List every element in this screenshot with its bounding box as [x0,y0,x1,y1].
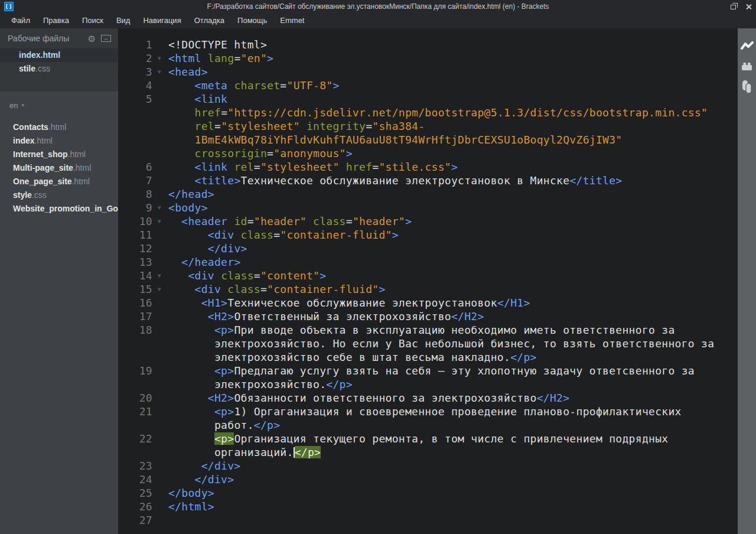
menu-item-5[interactable]: Навигация [136,13,187,28]
project-file-item[interactable]: Website_promotion_in_Google.html [0,202,118,216]
settings-gear-icon[interactable]: ⚙ [88,34,96,43]
code-text: <body> [167,201,208,214]
extension-icon[interactable] [741,80,754,93]
code-text: <p>Организация текущего ремонта, в том ч… [167,432,668,445]
line-number: 19 [118,364,152,377]
code-line: rel="stylesheet" integrity="sha384- [118,119,738,133]
code-text: 1BmE4kWBq78iYhFldvKuhfTAU6auU8tT94WrHftj… [167,133,622,146]
file-name: index [19,50,41,60]
code-line: 6 <link rel="stylesheet" href="stile.css… [118,160,738,174]
fold-gutter [152,255,167,269]
fold-gutter [152,445,167,459]
menu-item-7[interactable]: Помощь [231,13,273,28]
menu-item-2[interactable]: Правка [37,13,76,28]
fold-gutter [152,174,167,187]
code-line: электрохозяйство. Но если у Вас небольшо… [118,337,738,350]
menu-item-4[interactable]: Вид [110,13,137,28]
code-area[interactable]: 1<!DOCTYPE html>2▼<html lang="en">3▼<hea… [118,28,738,534]
code-text: rel="stylesheet" integrity="sha384- [167,119,425,133]
line-number [118,445,152,459]
line-number: 9 [118,201,152,214]
code-text: электрохозяйство.</p> [167,377,353,391]
file-extension: .html [48,122,66,132]
code-text: <H2>Ответственный за электрохозяйство</H… [167,310,484,323]
line-number: 1 [118,38,152,51]
line-number: 27 [118,513,152,527]
line-number [118,377,152,391]
menu-item-6[interactable]: Отладка [188,13,231,28]
live-preview-icon[interactable] [741,39,754,52]
line-number: 8 [118,187,152,201]
file-name: index [13,136,35,145]
project-file-item[interactable]: style.css [0,188,118,202]
code-line: 20 <H2>Обязанности ответственного за эле… [118,391,738,405]
code-line: 25</body> [118,486,738,500]
code-text: электрохозяйство. Но если у Вас небольшо… [167,337,714,350]
working-files-list: index.htmlstile.css [0,48,118,76]
line-number [118,119,152,133]
code-text: <title>Техническое обслуживание электроу… [167,174,623,187]
code-line: электрохозяйство себе в штат весьма накл… [118,350,738,364]
line-number: 17 [118,310,152,323]
fold-gutter [152,310,167,323]
menu-item-8[interactable]: Emmet [273,13,311,28]
sidebar: Рабочие файлы ⚙ ↔ index.htmlstile.css en… [0,28,118,534]
code-text: </div> [167,242,247,255]
code-line: href="https://cdn.jsdelivr.net/npm/boots… [118,106,738,119]
code-text: <H2>Обязанности ответственного за электр… [167,391,569,405]
file-name: stile [19,64,35,73]
fold-arrow-icon[interactable]: ▼ [152,65,167,79]
code-line: 21 <p>1) Оргаганизация и своевременное п… [118,405,738,418]
fold-arrow-icon[interactable]: ▼ [152,214,167,228]
file-name: Internet_shop [13,149,68,159]
restore-icon [731,5,736,9]
line-number [118,106,152,119]
restore-button[interactable] [725,0,741,13]
menu-item-1[interactable]: Файл [5,13,37,28]
fold-gutter [152,242,167,255]
working-file-item[interactable]: index.html [0,48,118,62]
code-text: crossorigin="anonymous"> [167,146,353,160]
line-number [118,418,152,432]
project-dropdown[interactable]: en ▾ [0,98,118,112]
menu-item-3[interactable]: Поиск [76,13,110,28]
line-number: 22 [118,432,152,445]
line-number: 14 [118,269,152,282]
project-file-item[interactable]: One_page_site.html [0,175,118,188]
code-line: 1<!DOCTYPE html> [118,38,738,51]
fold-gutter [152,418,167,432]
project-file-item[interactable]: Internet_shop.html [0,148,118,161]
code-line: организаций.</p> [118,445,738,459]
code-text: </html> [167,500,214,513]
code-text: организаций.</p> [167,445,321,459]
close-button[interactable] [741,0,756,13]
code-line: 18 <p>При вводе объекта в эксплуатацию н… [118,323,738,337]
project-file-item[interactable]: Contacts.html [0,121,118,134]
working-file-item[interactable]: stile.css [0,62,118,76]
line-number: 21 [118,405,152,418]
file-name: style [13,190,32,200]
code-text [167,513,168,527]
extension-manager-icon[interactable] [741,60,754,73]
code-text: работ.</p> [167,418,280,432]
fold-arrow-icon[interactable]: ▼ [152,269,167,282]
fold-arrow-icon[interactable]: ▼ [152,201,167,214]
fold-gutter [152,187,167,201]
fold-arrow-icon[interactable]: ▼ [152,51,167,65]
split-view-icon[interactable]: ↔ [101,35,111,42]
code-line: 23 </div> [118,459,738,473]
working-files-title: Рабочие файлы [8,34,69,43]
fold-arrow-icon[interactable]: ▼ [152,282,167,296]
file-name: Contacts [13,122,48,132]
line-number: 5 [118,92,152,106]
project-file-item[interactable]: index.html [0,134,118,148]
menu-bar: ФайлПравкаПоискВидНавигацияОтладкаПомощь… [0,13,756,28]
working-files-section: Рабочие файлы ⚙ ↔ index.htmlstile.css [0,28,118,91]
project-file-item[interactable]: Multi-page_site.html [0,161,118,175]
fold-gutter [152,296,167,310]
code-line: 13 </header> [118,255,738,269]
fold-gutter [152,364,167,377]
chevron-down-icon: ▾ [21,102,24,108]
code-line: 22 <p>Организация текущего ремонта, в то… [118,432,738,445]
minimize-button[interactable] [710,0,725,13]
